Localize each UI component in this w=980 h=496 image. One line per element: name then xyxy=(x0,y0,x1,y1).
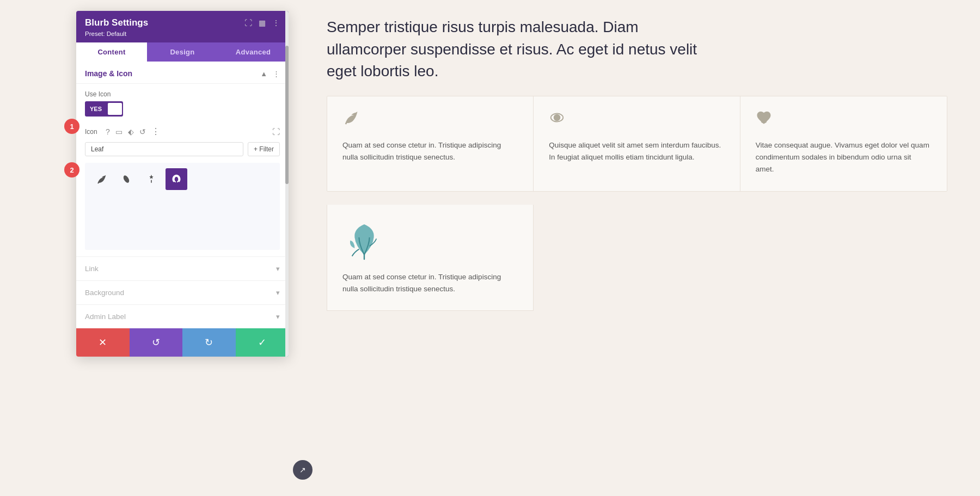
step-badge-2: 2 xyxy=(64,162,79,177)
panel-body: Image & Icon ▲ ⋮ Use Icon YES Icon xyxy=(76,62,289,328)
panel-preset: Preset: Default xyxy=(85,30,280,37)
icon-toolbar: ? ▭ ⬖ ↺ ⋮ xyxy=(106,126,267,137)
bottom-bar: ✕ ↺ ↻ ✓ xyxy=(76,328,289,357)
tab-content[interactable]: Content xyxy=(76,42,147,62)
section-icons: ▲ ⋮ xyxy=(260,70,280,78)
icon-label: Icon xyxy=(85,128,100,136)
floating-drag-icon[interactable]: ↗ xyxy=(293,460,313,480)
background-section[interactable]: Background ▾ xyxy=(76,280,289,304)
panel-title: Blurb Settings xyxy=(85,17,148,28)
cancel-button[interactable]: ✕ xyxy=(76,328,130,357)
blurb-text-1: Quam at sed conse ctetur in. Tristique a… xyxy=(342,139,518,164)
background-label: Background xyxy=(85,289,124,297)
columns-icon[interactable]: ▦ xyxy=(259,19,266,27)
admin-label-section[interactable]: Admin Label ▾ xyxy=(76,304,289,328)
panel-header-icons: ⛶ ▦ ⋮ xyxy=(244,19,280,27)
blurb-text-3: Vitae consequat augue. Vivamus eget dolo… xyxy=(756,139,932,176)
icon-grid xyxy=(90,168,274,190)
confirm-button[interactable]: ✓ xyxy=(236,328,289,357)
svg-point-0 xyxy=(122,174,131,183)
use-icon-row: Use Icon YES xyxy=(76,84,289,122)
blurb-row-bottom: Quam at sed conse ctetur in. Tristique a… xyxy=(327,205,947,311)
main-heading-text: Semper tristique risus turpis malesuada.… xyxy=(327,16,719,83)
blurb-text-bottom: Quam at sed conse ctetur in. Tristique a… xyxy=(342,271,518,296)
section-more-icon[interactable]: ⋮ xyxy=(273,70,280,78)
more-vert-icon[interactable]: ⋮ xyxy=(272,19,280,27)
panel-header: Blurb Settings ⛶ ▦ ⋮ Preset: Default xyxy=(76,11,289,42)
background-chevron-icon: ▾ xyxy=(276,289,280,297)
icon-cell-leaf3[interactable] xyxy=(140,168,162,190)
tab-design[interactable]: Design xyxy=(147,42,218,62)
link-chevron-icon: ▾ xyxy=(276,265,280,273)
blurb-settings-panel: Blurb Settings ⛶ ▦ ⋮ Preset: Default Con… xyxy=(76,11,289,357)
redo-button[interactable]: ↻ xyxy=(182,328,236,357)
blurb-icon-2 xyxy=(549,109,724,130)
admin-label-chevron-icon: ▾ xyxy=(276,313,280,321)
step-badge-1: 1 xyxy=(64,119,79,134)
undo-icon[interactable]: ↺ xyxy=(139,127,146,136)
use-icon-label: Use Icon xyxy=(85,90,280,98)
svg-point-4 xyxy=(556,116,559,119)
svg-rect-1 xyxy=(151,180,152,183)
blurb-text-2: Quisque aliquet velit sit amet sem inter… xyxy=(549,139,724,164)
scroll-track[interactable] xyxy=(285,11,289,357)
icon-cell-leaf1[interactable] xyxy=(90,168,112,190)
use-icon-toggle[interactable]: YES xyxy=(85,101,280,117)
admin-label: Admin Label xyxy=(85,313,126,321)
help-icon[interactable]: ? xyxy=(106,127,110,136)
blurb-grid-top: Quam at sed conse ctetur in. Tristique a… xyxy=(327,96,947,192)
link-section[interactable]: Link ▾ xyxy=(76,256,289,280)
cursor-icon[interactable]: ⬖ xyxy=(128,127,134,136)
blurb-icon-1 xyxy=(342,109,518,130)
icon-filter-row: + Filter xyxy=(76,140,289,161)
panel-wrapper: 1 2 Blurb Settings ⛶ ▦ ⋮ Preset: Default… xyxy=(0,0,305,496)
filter-button[interactable]: + Filter xyxy=(248,142,280,156)
blurb-col-2: Quisque aliquet velit sit amet sem inter… xyxy=(534,96,740,191)
toggle-button[interactable]: YES xyxy=(85,101,123,117)
more-icon[interactable]: ⋮ xyxy=(151,126,160,137)
toggle-thumb xyxy=(108,103,122,115)
icon-toolbar-row: Icon ? ▭ ⬖ ↺ ⋮ ⛶ xyxy=(76,122,289,140)
blurb-col-1: Quam at sed conse ctetur in. Tristique a… xyxy=(327,96,534,191)
icon-cell-leaf2[interactable] xyxy=(115,168,137,190)
blurb-col-3: Vitae consequat augue. Vivamus eget dolo… xyxy=(740,96,947,191)
blurb-icon-3 xyxy=(756,109,932,130)
icon-cell-leaf4[interactable] xyxy=(166,168,187,190)
tablet-icon[interactable]: ▭ xyxy=(115,127,122,136)
content-area: Semper tristique risus turpis malesuada.… xyxy=(305,0,980,327)
scroll-thumb xyxy=(285,46,289,184)
section-title-image-icon: Image & Icon xyxy=(85,69,132,78)
toggle-yes-label: YES xyxy=(86,105,106,113)
panel-header-top: Blurb Settings ⛶ ▦ ⋮ xyxy=(85,17,280,28)
blurb-col-bottom: Quam at sed conse ctetur in. Tristique a… xyxy=(327,205,534,311)
icon-search-input[interactable] xyxy=(85,142,243,156)
chevron-up-icon[interactable]: ▲ xyxy=(260,70,267,78)
link-label: Link xyxy=(85,265,99,273)
expand-icon[interactable]: ⛶ xyxy=(272,127,280,136)
tab-advanced[interactable]: Advanced xyxy=(218,42,289,62)
blurb-large-leaf-icon xyxy=(342,218,518,264)
fullscreen-icon[interactable]: ⛶ xyxy=(244,19,252,27)
panel-tabs: Content Design Advanced xyxy=(76,42,289,62)
undo-button[interactable]: ↺ xyxy=(130,328,183,357)
icon-grid-area xyxy=(85,163,280,250)
image-icon-section-header: Image & Icon ▲ ⋮ xyxy=(76,62,289,84)
